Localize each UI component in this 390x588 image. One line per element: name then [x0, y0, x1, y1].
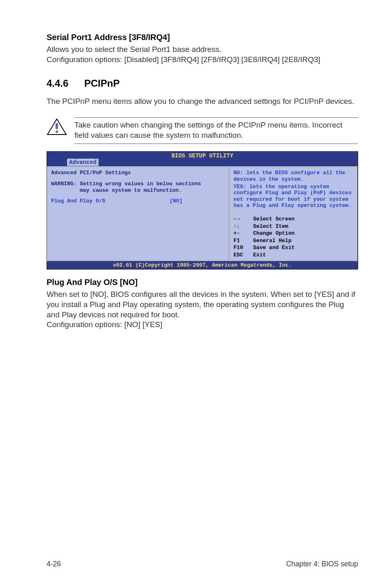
key-desc: Exit — [253, 251, 354, 259]
key-f10: F10 — [233, 244, 253, 251]
key-plusminus-icon: +- — [233, 230, 253, 237]
caution-note: Take caution when changing the settings … — [47, 117, 358, 144]
bios-window: BIOS SETUP UTILITY Advanced Advanced PCI… — [47, 151, 358, 269]
key-desc: Change Option — [253, 230, 354, 237]
bios-title: BIOS SETUP UTILITY — [47, 152, 358, 159]
bios-item-value: [NO] — [170, 198, 182, 204]
bios-key-legend: ←→Select Screen ↑↓Select Item +-Change O… — [233, 215, 354, 258]
key-arrows-lr-icon: ←→ — [233, 215, 253, 223]
page-footer: 4-26 Chapter 4: BIOS setup — [47, 560, 358, 568]
bios-help-no: NO: lets the BIOS configure all the devi… — [233, 170, 354, 182]
bios-right-pane: NO: lets the BIOS configure all the devi… — [229, 166, 358, 261]
section-number: 4.4.6 — [47, 78, 84, 89]
bios-tab-row: Advanced — [47, 159, 358, 166]
serial-port-desc-2: Configuration options: [Disabled] [3F8/I… — [47, 55, 358, 65]
key-desc: Save and Exit — [253, 244, 354, 251]
key-arrows-ud-icon: ↑↓ — [233, 223, 253, 230]
bios-item-label: Plug And Play O/S — [51, 198, 170, 204]
svg-rect-1 — [56, 123, 58, 129]
svg-point-2 — [56, 130, 58, 133]
bios-help-yes: YES: lets the operating system configure… — [233, 184, 354, 209]
key-desc: Select Item — [253, 223, 354, 230]
warning-icon — [47, 118, 67, 135]
page: Serial Port1 Address [3F8/IRQ4] Allows y… — [0, 0, 390, 588]
serial-port-desc-1: Allows you to select the Serial Port1 ba… — [47, 45, 358, 55]
pcipnp-intro: The PCIPnP menu items allow you to chang… — [47, 97, 358, 107]
bios-left-pane: Advanced PCI/PnP Settings WARNING: Setti… — [47, 166, 229, 261]
key-esc: ESC — [233, 251, 253, 259]
page-number: 4-26 — [47, 560, 61, 568]
bios-footer: v02.61 (C)Copyright 1985-2007, American … — [47, 261, 358, 269]
key-desc: General Help — [253, 237, 354, 245]
chapter-label: Chapter 4: BIOS setup — [286, 560, 358, 568]
bios-item-plug-and-play[interactable]: Plug And Play O/S [NO] — [51, 198, 226, 204]
pcipnp-heading-row: 4.4.6 PCIPnP — [47, 78, 358, 89]
bios-body: Advanced PCI/PnP Settings WARNING: Setti… — [47, 166, 358, 261]
serial-port-heading: Serial Port1 Address [3F8/IRQ4] — [47, 33, 358, 42]
bios-left-heading: Advanced PCI/PnP Settings — [51, 170, 226, 176]
plug-and-play-heading: Plug And Play O/S [NO] — [47, 278, 358, 287]
plug-and-play-desc: When set to [NO], BIOS configures all th… — [47, 290, 358, 320]
caution-text: Take caution when changing the settings … — [74, 117, 358, 144]
section-title: PCIPnP — [84, 78, 120, 89]
key-desc: Select Screen — [253, 215, 354, 223]
bios-warning: WARNING: Setting wrong values in below s… — [51, 181, 226, 193]
key-f1: F1 — [233, 237, 253, 245]
tab-advanced[interactable]: Advanced — [67, 159, 98, 166]
plug-and-play-options: Configuration options: [NO] [YES] — [47, 320, 358, 330]
